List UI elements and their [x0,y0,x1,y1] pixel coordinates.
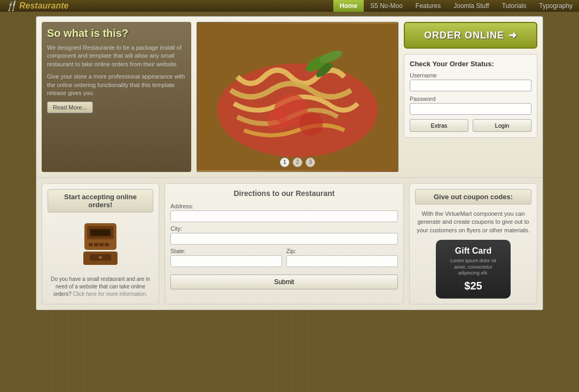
svg-rect-14 [99,243,104,246]
directions-title: Directions to our Restaurant [170,189,398,198]
read-more-button[interactable]: Read More... [47,101,93,113]
svg-point-6 [299,112,323,136]
city-label: City: [170,225,398,232]
order-online-button[interactable]: ORDER ONLINE ➜ [404,22,537,49]
online-orders-box: Start accepting online orders! Do you [42,183,159,304]
svg-point-7 [268,110,288,130]
svg-rect-11 [91,230,110,236]
nav-features[interactable]: Features [409,0,447,12]
city-input[interactable] [170,233,398,245]
top-section: So what is this? We designed Restaurante… [36,17,543,177]
nav-s5[interactable]: S5 No-Moo [364,0,409,12]
zip-group: Zip: [286,248,398,267]
form-buttons: Extras Login [410,119,531,132]
main-container: So what is this? We designed Restaurante… [36,16,543,310]
state-input[interactable] [170,255,282,267]
order-arrow-icon: ➜ [508,29,517,41]
order-status-form: Check Your Order Status: Username Passwo… [404,54,537,138]
zip-label: Zip: [286,248,398,254]
state-group: State: [170,248,282,267]
username-label: Username [410,72,531,79]
hero-para1: We designed Restaurante to be a package … [47,44,186,68]
address-label: Address: [170,203,398,209]
dot-2[interactable]: 2 [293,158,302,167]
image-dots: 1 2 3 [280,158,315,167]
hero-text: So what is this? We designed Restaurante… [42,22,191,119]
food-svg [197,22,398,171]
city-group: City: [170,225,398,245]
address-group: Address: [170,203,398,222]
address-input[interactable] [170,210,398,222]
state-zip-row: State: Zip: [170,248,398,270]
username-input[interactable] [410,80,531,91]
online-orders-desc: Do you have a small restaurant and are i… [48,276,153,298]
username-group: Username [410,72,531,91]
dot-3[interactable]: 3 [306,158,315,167]
nav-typography[interactable]: Typography [533,0,579,12]
dot-1[interactable]: 1 [280,158,290,167]
header: 🍴 Restaurante Home S5 No-Moo Features Jo… [0,0,579,12]
logo: 🍴 [5,0,17,12]
logo-area: 🍴 Restaurante [5,0,68,12]
state-label: State: [170,248,282,254]
order-online-label: ORDER ONLINE [424,30,504,41]
coupon-description: With the VirtueMart component you can ge… [415,210,531,234]
food-photo: 1 2 3 [197,22,398,171]
hero-heading: So what is this? [47,27,186,40]
svg-point-18 [99,256,102,259]
more-info-link[interactable]: Click here for more information. [73,291,148,297]
gift-card-price: $25 [444,280,502,292]
hero-para2: Give your store a more professional appe… [47,73,186,97]
nav-home[interactable]: Home [333,0,364,12]
svg-rect-15 [105,243,109,246]
coupon-title: Give out coupon codes: [415,189,531,205]
order-status-heading: Check Your Order Status: [410,60,531,68]
svg-rect-12 [89,243,93,246]
online-orders-title: Start accepting online orders! [48,189,153,213]
nav-joomla[interactable]: Joomla Stuff [447,0,495,12]
gift-card-description: Lorem ipsum dolor sit amet, consectetur … [444,258,502,277]
directions-box: Directions to our Restaurant Address: Ci… [165,183,404,304]
coupon-box: Give out coupon codes: With the VirtueMa… [409,183,537,304]
zip-input[interactable] [286,255,398,267]
submit-button[interactable]: Submit [170,275,398,289]
right-panel: ORDER ONLINE ➜ Check Your Order Status: … [404,22,537,172]
gift-card-title: Gift Card [444,246,502,256]
bottom-section: Start accepting online orders! Do you [36,177,543,310]
password-group: Password [410,96,531,115]
hero-image: 1 2 3 [197,22,398,172]
gift-card: Gift Card Lorem ipsum dolor sit amet, co… [436,240,511,299]
extras-button[interactable]: Extras [410,119,468,132]
svg-rect-13 [94,243,98,246]
main-nav: Home S5 No-Moo Features Joomla Stuff Tut… [333,0,579,12]
nav-tutorials[interactable]: Tutorials [496,0,533,12]
logo-text: Restaurante [19,1,68,11]
password-label: Password [410,96,531,102]
login-button[interactable]: Login [473,119,531,132]
cash-register-icon [79,221,122,269]
password-input[interactable] [410,103,531,115]
left-content: So what is this? We designed Restaurante… [42,22,191,172]
